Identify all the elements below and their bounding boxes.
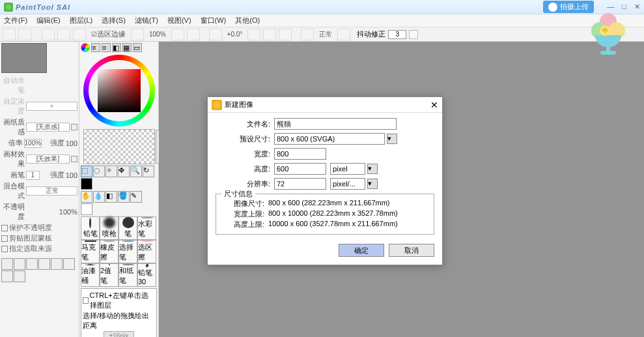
toolbar-angle[interactable]: +0.0° xyxy=(225,31,245,38)
menu-edit[interactable]: 编辑(E) xyxy=(36,16,61,25)
layer-linework[interactable] xyxy=(26,258,38,270)
res-unit-dropdown-icon[interactable]: ▾ xyxy=(367,179,378,189)
color-square[interactable] xyxy=(98,69,141,112)
color-wheel[interactable] xyxy=(83,55,155,126)
toolbar-redo[interactable] xyxy=(18,29,31,40)
intensity-value[interactable]: 100 xyxy=(66,139,77,147)
select-src-check[interactable] xyxy=(1,246,8,252)
layer-flatten[interactable] xyxy=(1,271,13,282)
close-button[interactable]: ✕ xyxy=(634,3,640,11)
navigator-thumb[interactable] xyxy=(1,43,47,73)
menu-file[interactable]: 文件(F) xyxy=(4,16,27,25)
maximize-button[interactable]: □ xyxy=(622,3,626,11)
toolbar-mode[interactable]: 正常 xyxy=(316,30,335,39)
toolbar-zoom-out[interactable] xyxy=(131,29,144,40)
minimize-button[interactable]: — xyxy=(607,3,614,11)
layer-merge[interactable] xyxy=(63,258,75,270)
brush-paper[interactable]: 和纸笔 xyxy=(119,263,137,287)
toolbar-flip[interactable] xyxy=(279,29,292,40)
paper-quality-value[interactable]: [无质感] xyxy=(26,123,70,132)
height-input[interactable] xyxy=(274,163,326,175)
tool-marquee[interactable]: ⬚ xyxy=(81,166,92,177)
toolbar-undo[interactable] xyxy=(3,29,16,40)
menu-filter[interactable]: 滤镜(T) xyxy=(135,16,158,25)
blend-value[interactable]: 正常 xyxy=(26,186,77,196)
protect-alpha-check[interactable] xyxy=(1,225,8,231)
brush-eraser[interactable]: 橡皮擦 xyxy=(100,240,119,263)
tool-lasso[interactable]: ◌ xyxy=(93,166,105,177)
scratch-tab[interactable]: ▭ xyxy=(133,43,142,52)
toolbar-fit[interactable] xyxy=(187,29,200,40)
brush-selpen[interactable]: 选择笔 xyxy=(119,240,137,263)
brush-bucket[interactable]: 油漆桶 xyxy=(81,263,100,287)
clip-mask-check[interactable] xyxy=(1,235,8,242)
tool-eraser[interactable]: ◧ xyxy=(105,191,117,203)
preset-dropdown-icon[interactable]: ▾ xyxy=(387,134,397,144)
brush-pencil30[interactable]: 铅笔30 xyxy=(137,263,156,287)
menu-other[interactable]: 其他(O) xyxy=(235,16,260,25)
layer-folder[interactable] xyxy=(14,258,25,270)
upload-button[interactable]: 拍摄上传 xyxy=(543,1,594,13)
ctrl-select-check[interactable] xyxy=(83,297,89,304)
tool-hand[interactable]: ✋ xyxy=(81,191,92,203)
unit-select[interactable]: pixel xyxy=(330,163,365,175)
brush-selerase[interactable]: 选区擦 xyxy=(137,240,156,263)
toolbar-mode-l[interactable] xyxy=(301,29,314,40)
toolbar-zoom-in[interactable] xyxy=(171,29,184,40)
dialog-cancel-button[interactable]: 取消 xyxy=(389,244,434,257)
toolbar-rotate-l[interactable] xyxy=(209,29,222,40)
jitter-input[interactable] xyxy=(388,30,406,39)
brush-marker[interactable]: 马克笔 xyxy=(81,240,100,263)
drag-threshold[interactable]: ±16pix xyxy=(104,331,134,337)
dialog-titlebar[interactable]: 新建图像 ✕ xyxy=(208,97,442,113)
toolbar-zoom[interactable]: 100% xyxy=(147,31,169,38)
toolbar-mode-r[interactable] xyxy=(337,29,350,40)
menu-view[interactable]: 视图(V) xyxy=(167,16,191,25)
filename-input[interactable] xyxy=(274,118,397,130)
preset-select[interactable]: 800 x 600 (SVGA) xyxy=(274,133,385,145)
mixer-tab[interactable]: ◧ xyxy=(112,43,121,52)
layer-delete[interactable] xyxy=(51,258,63,270)
toolbar-selborder-check[interactable]: ☑选区边缘 xyxy=(89,29,128,39)
opacity-value[interactable]: 100% xyxy=(59,208,77,216)
brush-pencil[interactable]: 铅笔 xyxy=(81,216,100,240)
layer-new[interactable] xyxy=(1,258,13,270)
tool-pen[interactable]: ✎ xyxy=(130,191,142,203)
material-picker[interactable] xyxy=(71,156,77,162)
rate-value[interactable]: 100% xyxy=(24,139,42,148)
toolbar-deselect[interactable] xyxy=(42,29,55,40)
swatch-tab[interactable]: ▦ xyxy=(122,43,132,52)
width-input[interactable] xyxy=(274,148,326,160)
layer-mask[interactable] xyxy=(38,258,50,270)
unit-dropdown-icon[interactable]: ▾ xyxy=(367,164,378,174)
tool-rotate[interactable]: ↻ xyxy=(143,166,154,177)
brush-binary[interactable]: 2值笔 xyxy=(100,263,119,287)
res-input[interactable] xyxy=(274,178,326,190)
menu-layer[interactable]: 图层(L) xyxy=(70,16,92,25)
tool-zoom[interactable]: 🔍 xyxy=(130,166,142,177)
brush-airbrush[interactable]: 喷枪 xyxy=(100,216,119,240)
res-unit-select[interactable]: pixel/... xyxy=(330,178,365,190)
jitter-dropdown[interactable] xyxy=(409,30,418,39)
tool-picker[interactable]: 💧 xyxy=(93,191,105,203)
tool-bucket[interactable]: 🪣 xyxy=(118,191,130,203)
fg-color[interactable] xyxy=(81,178,92,190)
menu-select[interactable]: 选择(S) xyxy=(102,16,126,25)
brush-watercolor[interactable]: 水彩笔 xyxy=(137,216,156,240)
colorwheel-tab[interactable] xyxy=(81,43,90,52)
toolbar-invert[interactable] xyxy=(57,29,70,40)
swatch-grid[interactable] xyxy=(83,129,155,164)
toolbar-rotate-r[interactable] xyxy=(247,29,260,40)
toolbar-rotate-reset[interactable] xyxy=(263,29,276,40)
bg-color[interactable] xyxy=(81,203,92,215)
width-value[interactable]: 1 xyxy=(26,171,40,180)
rgb-tab[interactable]: ≡ xyxy=(91,43,100,52)
dialog-ok-button[interactable]: 确定 xyxy=(339,244,384,257)
paper-picker[interactable] xyxy=(71,124,77,130)
brush-brush[interactable]: 笔 xyxy=(119,216,137,240)
material-value[interactable]: [无效果] xyxy=(26,154,70,164)
tool-wand[interactable]: ✧ xyxy=(105,166,117,177)
layer-clear[interactable] xyxy=(14,271,25,282)
dialog-close-button[interactable]: ✕ xyxy=(430,100,438,110)
hsv-tab[interactable]: ≡ xyxy=(102,43,111,52)
